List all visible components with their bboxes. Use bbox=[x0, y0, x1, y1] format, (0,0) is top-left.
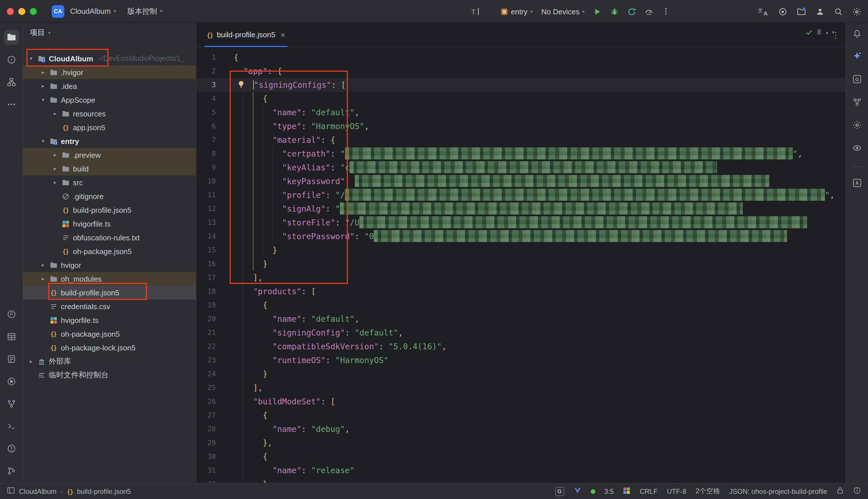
settings-gear-icon[interactable] bbox=[853, 7, 861, 16]
code-line-20[interactable]: 20 "name": "default", bbox=[196, 312, 846, 326]
account-icon[interactable] bbox=[816, 7, 824, 16]
translate-icon[interactable]: 文A bbox=[758, 7, 769, 16]
commit-icon[interactable] bbox=[4, 52, 19, 67]
tree-item-app.json5[interactable]: {}app.json5 bbox=[23, 120, 196, 134]
code-editor[interactable]: 1{2 "app": {3 "signingConfigs": [4 {5 "n… bbox=[196, 47, 846, 483]
code-line-24[interactable]: 24 } bbox=[196, 367, 846, 381]
more-actions-icon[interactable] bbox=[662, 7, 670, 16]
chevron-right-icon[interactable]: ▸ bbox=[50, 111, 60, 117]
chevron-right-icon[interactable]: ▸ bbox=[50, 180, 60, 185]
code-line-18[interactable]: 18 "products": [ bbox=[196, 284, 846, 298]
code-line-6[interactable]: 6 "type": "HarmonyOS", bbox=[196, 119, 846, 133]
tab-build-profile-json5[interactable]: {} build-profile.json5 × bbox=[201, 23, 291, 47]
tree-item-oh-package.json5[interactable]: {}oh-package.json5 bbox=[23, 244, 196, 258]
tree-item-entry[interactable]: ▾entry bbox=[23, 134, 196, 148]
chevron-down-icon[interactable]: ▾ bbox=[26, 56, 36, 61]
services-gear-icon[interactable] bbox=[853, 120, 862, 132]
tree-item-oh-package-lock.json5[interactable]: {}oh-package-lock.json5 bbox=[23, 341, 196, 354]
intention-bulb-icon[interactable] bbox=[237, 80, 245, 91]
encoding-selector[interactable]: UTF-8 bbox=[667, 487, 686, 495]
code-line-17[interactable]: 17 ], bbox=[196, 271, 846, 284]
file-type-selector[interactable]: JSON: ohos-project-build-profile bbox=[729, 487, 828, 495]
run-button[interactable] bbox=[593, 7, 602, 16]
run-config-selector[interactable]: entry ▾ bbox=[501, 7, 533, 16]
chevron-right-icon[interactable]: ▸ bbox=[38, 262, 48, 268]
code-line-13[interactable]: 13 "storeFile": "/U bbox=[196, 216, 846, 229]
tree-item-build-profile.json5[interactable]: {}build-profile.json5 bbox=[23, 203, 196, 217]
asset-box-icon[interactable]: A bbox=[853, 178, 862, 190]
code-line-7[interactable]: 7 "material": { bbox=[196, 133, 846, 147]
code-line-1[interactable]: 1{ bbox=[196, 50, 846, 64]
code-line-5[interactable]: 5 "name": "default", bbox=[196, 106, 846, 119]
code-line-3[interactable]: 3 "signingConfigs": [ bbox=[196, 78, 846, 92]
device-selector[interactable]: No Devices ▾ bbox=[542, 7, 585, 16]
close-tab-button[interactable]: × bbox=[281, 30, 285, 39]
app-logo[interactable]: CA bbox=[52, 5, 64, 17]
code-line-14[interactable]: 14 "storePassword": "0 bbox=[196, 229, 846, 243]
chevron-right-icon[interactable]: ▸ bbox=[50, 152, 60, 158]
profiler-tool-icon[interactable]: P bbox=[4, 307, 19, 322]
tree-item-build[interactable]: ▸build bbox=[23, 162, 196, 175]
tree-item-src[interactable]: ▸src bbox=[23, 175, 196, 189]
code-line-26[interactable]: 26 "buildModeSet": [ bbox=[196, 394, 846, 409]
tree-item-.hvigor[interactable]: ▸.hvigor bbox=[23, 65, 196, 79]
caret-position[interactable]: 3:5 bbox=[604, 487, 614, 495]
tree-item-build-profile.json5[interactable]: {}build-profile.json5 bbox=[23, 285, 196, 300]
indent-selector[interactable]: 2个空格 bbox=[695, 486, 720, 496]
tree-item-oh_modules[interactable]: ▸oh_modules bbox=[23, 272, 196, 285]
git-icon[interactable] bbox=[4, 463, 19, 478]
tree-item-hvigorfile.ts[interactable]: hvigorfile.ts bbox=[23, 217, 196, 231]
project-switcher[interactable]: CloudAlbum ▾ bbox=[70, 7, 116, 15]
chevron-right-icon[interactable]: ▸ bbox=[38, 83, 48, 89]
chevron-right-icon[interactable]: ▸ bbox=[26, 358, 36, 364]
tree-item-oh-package.json5[interactable]: {}oh-package.json5 bbox=[23, 327, 196, 341]
tree-item-credentials.csv[interactable]: credentials.csv bbox=[23, 300, 196, 313]
event-log-icon[interactable] bbox=[853, 486, 861, 496]
chevron-down-icon[interactable]: ▾ bbox=[38, 138, 48, 144]
code-line-23[interactable]: 23 "runtimeOS": "HarmonyOS" bbox=[196, 353, 846, 367]
terminal-icon[interactable] bbox=[4, 419, 19, 434]
tree-item--[interactable]: 临时文件和控制台 bbox=[23, 368, 196, 382]
tree-item-CloudAlbum[interactable]: ▾CloudAlbum~/DevEcoStudioProjects/1_ bbox=[23, 52, 196, 65]
readonly-lock-icon[interactable] bbox=[836, 486, 844, 496]
code-line-11[interactable]: 11 "profile": "/", bbox=[196, 188, 846, 202]
ai-assistant-icon[interactable] bbox=[853, 52, 862, 63]
tree-item-.preview[interactable]: ▸.preview bbox=[23, 148, 196, 162]
tree-item-hvigor[interactable]: ▸hvigor bbox=[23, 258, 196, 272]
dependencies-icon[interactable] bbox=[853, 98, 862, 109]
database-icon[interactable] bbox=[4, 329, 19, 344]
code-line-9[interactable]: 9 "keyAlias": "c bbox=[196, 161, 846, 174]
code-line-16[interactable]: 16 } bbox=[196, 257, 846, 271]
structure-icon[interactable] bbox=[4, 75, 19, 89]
ai-badge-icon[interactable] bbox=[573, 486, 581, 496]
code-line-25[interactable]: 25 ], bbox=[196, 381, 846, 394]
breadcrumb-project[interactable]: CloudAlbum bbox=[19, 487, 57, 495]
tree-item-.idea[interactable]: ▸.idea bbox=[23, 79, 196, 93]
codegenie-icon[interactable]: G bbox=[853, 75, 862, 86]
inspections-widget[interactable]: 8 ▲▼ bbox=[806, 28, 837, 36]
code-line-29[interactable]: 29 }, bbox=[196, 436, 846, 450]
probl​ems-icon[interactable] bbox=[4, 441, 19, 456]
notifications-bell-icon[interactable] bbox=[853, 29, 862, 40]
chevron-right-icon[interactable]: ▸ bbox=[38, 70, 48, 75]
code-line-4[interactable]: 4 { bbox=[196, 92, 846, 106]
prev-next-problem-icons[interactable]: ▲▼ bbox=[825, 30, 837, 34]
project-panel-header[interactable]: 项目 ▾ bbox=[23, 23, 196, 42]
code-line-27[interactable]: 27 { bbox=[196, 409, 846, 422]
code-line-21[interactable]: 21 "signingConfig": "default", bbox=[196, 326, 846, 340]
code-line-32[interactable]: 32 } bbox=[196, 477, 846, 483]
todo-icon[interactable] bbox=[4, 352, 19, 366]
search-icon[interactable] bbox=[834, 7, 843, 16]
restart-button[interactable] bbox=[628, 7, 637, 16]
code-line-31[interactable]: 31 "name": "release" bbox=[196, 463, 846, 477]
close-window-button[interactable] bbox=[7, 8, 14, 15]
chevron-right-icon[interactable]: ▸ bbox=[50, 166, 60, 171]
version-control-icon[interactable] bbox=[4, 396, 19, 411]
line-ending-selector[interactable]: CRLF bbox=[640, 487, 658, 495]
tree-item-obfuscation-rules.txt[interactable]: obfuscation-rules.txt bbox=[23, 231, 196, 244]
chevron-right-icon[interactable]: ▸ bbox=[38, 276, 48, 282]
tree-item-AppScope[interactable]: ▾AppScope bbox=[23, 93, 196, 107]
codegenie-status-icon[interactable]: G bbox=[555, 487, 564, 496]
project-tool-button[interactable] bbox=[4, 30, 19, 45]
chevron-down-icon[interactable]: ▾ bbox=[38, 97, 48, 103]
